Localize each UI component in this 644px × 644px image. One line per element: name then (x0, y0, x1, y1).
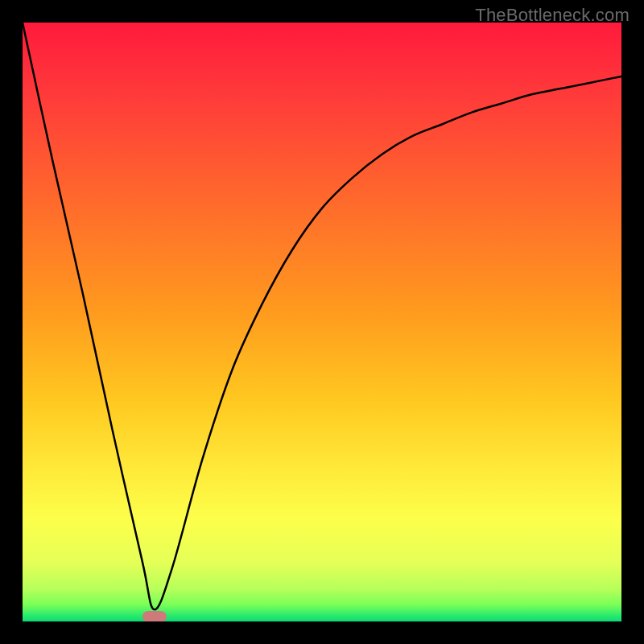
plot-area (23, 23, 621, 621)
chart-container: TheBottleneck.com (0, 0, 644, 644)
watermark-text: TheBottleneck.com (475, 5, 630, 26)
bottleneck-curve (23, 23, 621, 621)
optimal-point-marker (142, 611, 167, 621)
